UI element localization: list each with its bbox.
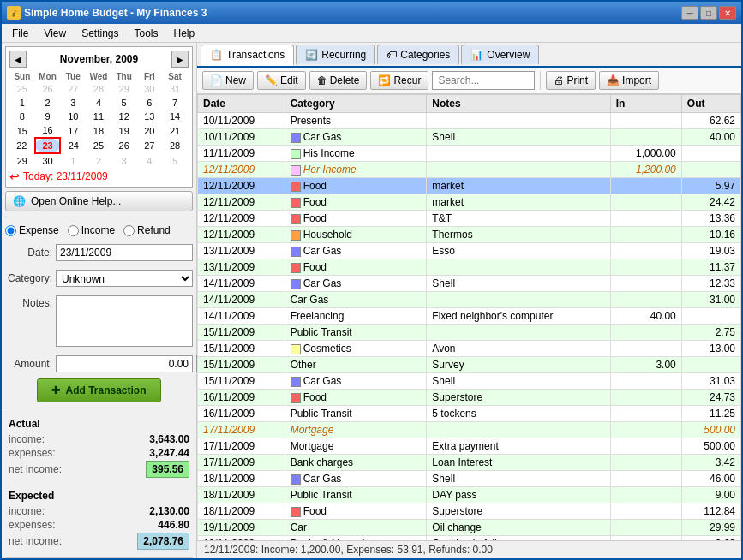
table-row[interactable]: 14/11/2009FreelancingFixed neighbor's co… xyxy=(198,308,741,325)
calendar-day[interactable]: 1 xyxy=(60,153,86,168)
calendar-day[interactable]: 28 xyxy=(86,82,111,96)
calendar-day[interactable]: 4 xyxy=(86,96,111,110)
table-row[interactable]: 17/11/2009Bank chargesLoan Interest3.42 xyxy=(198,455,741,471)
income-radio[interactable] xyxy=(68,225,79,236)
calendar-day[interactable]: 10 xyxy=(60,110,86,123)
calendar-day[interactable]: 27 xyxy=(60,82,86,96)
calendar-day[interactable]: 11 xyxy=(86,110,111,123)
table-row[interactable]: 12/11/2009FoodT&T13.36 xyxy=(198,211,741,227)
table-row[interactable]: 15/11/2009Car GasShell31.03 xyxy=(198,373,741,390)
table-row[interactable]: 10/11/2009Car GasShell40.00 xyxy=(198,129,741,146)
calendar-day[interactable]: 17 xyxy=(60,123,86,138)
tab-recurring[interactable]: 🔄 Recurring xyxy=(296,45,375,64)
table-row[interactable]: 17/11/2009Mortgage500.00 xyxy=(198,422,741,438)
table-row[interactable]: 15/11/2009Public Transit2.75 xyxy=(198,325,741,341)
calendar-day[interactable]: 12 xyxy=(111,110,137,123)
table-row[interactable]: 12/11/2009Her Income1,200.00 xyxy=(198,162,741,178)
calendar-day[interactable]: 15 xyxy=(9,123,35,138)
calendar-day[interactable]: 23 xyxy=(35,138,61,153)
calendar-day[interactable]: 2 xyxy=(86,153,111,168)
table-row[interactable]: 17/11/2009MortgageExtra payment500.00 xyxy=(198,438,741,455)
date-input[interactable]: 23/11/2009 xyxy=(56,244,193,261)
calendar-day[interactable]: 6 xyxy=(137,96,163,110)
table-row[interactable]: 18/11/2009FoodSuperstore112.84 xyxy=(198,503,741,520)
menu-settings[interactable]: Settings xyxy=(75,26,125,40)
calendar-day[interactable]: 5 xyxy=(111,96,137,110)
amount-input[interactable] xyxy=(56,355,193,372)
calendar-day[interactable]: 28 xyxy=(162,138,188,153)
calendar-day[interactable]: 9 xyxy=(35,110,61,123)
table-row[interactable]: 18/11/2009Public TransitDAY pass9.00 xyxy=(198,487,741,503)
table-row[interactable]: 18/11/2009Car GasShell46.00 xyxy=(198,471,741,487)
search-input[interactable] xyxy=(432,71,535,90)
calendar-day[interactable]: 30 xyxy=(35,153,61,168)
table-row[interactable]: 14/11/2009Car Gas31.00 xyxy=(198,292,741,308)
calendar-day[interactable]: 22 xyxy=(9,138,35,153)
tab-transactions[interactable]: 📋 Transactions xyxy=(201,45,294,66)
calendar-day[interactable]: 18 xyxy=(86,123,111,138)
refund-radio-label[interactable]: Refund xyxy=(123,224,171,236)
calendar-day[interactable]: 4 xyxy=(137,153,163,168)
calendar-day[interactable]: 21 xyxy=(162,123,188,138)
calendar-day[interactable]: 26 xyxy=(35,82,61,96)
refund-radio[interactable] xyxy=(123,225,135,236)
calendar-day[interactable]: 25 xyxy=(9,82,35,96)
table-row[interactable]: 15/11/2009CosmeticsAvon13.00 xyxy=(198,341,741,357)
table-row[interactable]: 13/11/2009Car GasEsso19.03 xyxy=(198,243,741,259)
table-row[interactable]: 12/11/2009Foodmarket24.42 xyxy=(198,194,741,211)
menu-view[interactable]: View xyxy=(37,26,73,40)
calendar-day[interactable]: 29 xyxy=(9,153,35,168)
calendar-day[interactable]: 7 xyxy=(162,96,188,110)
category-select[interactable]: Unknown xyxy=(56,270,193,287)
calendar-day[interactable]: 25 xyxy=(86,138,111,153)
calendar-day[interactable]: 14 xyxy=(162,110,188,123)
table-row[interactable]: 19/11/2009CarOil change29.99 xyxy=(198,520,741,536)
cal-next-button[interactable]: ▶ xyxy=(171,51,189,68)
calendar-day[interactable]: 8 xyxy=(9,110,35,123)
calendar-day[interactable]: 1 xyxy=(9,96,35,110)
menu-tools[interactable]: Tools xyxy=(128,26,165,40)
calendar-day[interactable]: 20 xyxy=(137,123,163,138)
tab-categories[interactable]: 🏷 Categories xyxy=(377,45,459,64)
table-row[interactable]: 11/11/2009His Income1,000.00 xyxy=(198,146,741,162)
table-row[interactable]: 16/11/2009Public Transit5 tockens11.25 xyxy=(198,406,741,422)
close-button[interactable]: ✕ xyxy=(719,6,736,20)
minimize-button[interactable]: ─ xyxy=(681,6,698,20)
edit-button[interactable]: ✏️ Edit xyxy=(257,71,306,90)
calendar-day[interactable]: 16 xyxy=(35,123,61,138)
maximize-button[interactable]: □ xyxy=(700,6,717,20)
calendar-day[interactable]: 30 xyxy=(137,82,163,96)
table-row[interactable]: 12/11/2009Foodmarket5.97 xyxy=(198,178,741,194)
table-row[interactable]: 13/11/2009Food11.37 xyxy=(198,259,741,276)
calendar-day[interactable]: 2 xyxy=(35,96,61,110)
calendar-day[interactable]: 29 xyxy=(111,82,137,96)
calendar-day[interactable]: 31 xyxy=(162,82,188,96)
calendar-day[interactable]: 19 xyxy=(111,123,137,138)
cal-prev-button[interactable]: ◀ xyxy=(9,51,27,68)
table-row[interactable]: 15/11/2009OtherSurvey3.00 xyxy=(198,357,741,373)
calendar-day[interactable]: 27 xyxy=(137,138,163,153)
add-transaction-button[interactable]: ✚ Add Transaction xyxy=(37,378,160,402)
print-button[interactable]: 🖨 Print xyxy=(546,71,596,90)
expense-radio-label[interactable]: Expense xyxy=(5,224,59,236)
tab-overview[interactable]: 📊 Overview xyxy=(461,45,539,64)
calendar-day[interactable]: 3 xyxy=(60,96,86,110)
calendar-day[interactable]: 5 xyxy=(162,153,188,168)
calendar-day[interactable]: 26 xyxy=(111,138,137,153)
notes-input[interactable] xyxy=(56,295,193,347)
calendar-day[interactable]: 24 xyxy=(60,138,86,153)
help-button[interactable]: 🌐 Open Online Help... xyxy=(5,191,193,211)
income-radio-label[interactable]: Income xyxy=(68,224,115,236)
calendar-day[interactable]: 3 xyxy=(111,153,137,168)
import-button[interactable]: 📥 Import xyxy=(599,71,659,90)
menu-file[interactable]: File xyxy=(5,26,35,40)
table-row[interactable]: 14/11/2009Car GasShell12.33 xyxy=(198,276,741,292)
delete-button[interactable]: 🗑 Delete xyxy=(309,71,368,90)
menu-help[interactable]: Help xyxy=(167,26,202,40)
table-row[interactable]: 16/11/2009FoodSuperstore24.73 xyxy=(198,390,741,406)
new-button[interactable]: 📄 New xyxy=(202,71,254,90)
recur-button[interactable]: 🔁 Recur xyxy=(370,71,428,90)
calendar-day[interactable]: 13 xyxy=(137,110,163,123)
table-row[interactable]: 10/11/2009Presents62.62 xyxy=(198,113,741,129)
table-row[interactable]: 12/11/2009HouseholdThermos10.16 xyxy=(198,227,741,243)
